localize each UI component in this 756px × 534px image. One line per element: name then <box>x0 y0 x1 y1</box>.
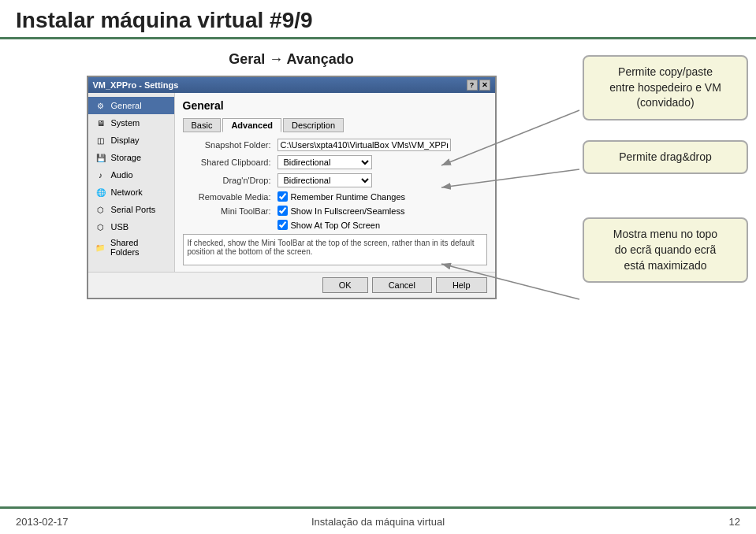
callout-copy-paste-text: Permite copy/pasteentre hospedeiro e VM(… <box>609 65 721 109</box>
dialog-titlebar: VM_XPPro - Settings ? ✕ <box>88 77 495 93</box>
removable-media-checkbox-label: Remember Runtime Changes <box>277 191 487 202</box>
removable-media-row: Removable Media: Remember Runtime Change… <box>183 191 487 202</box>
sidebar-label-storage: Storage <box>111 153 142 162</box>
tab-advanced[interactable]: Advanced <box>222 118 281 132</box>
sidebar-item-audio[interactable]: ♪ Audio <box>88 166 174 184</box>
mini-toolbar-top-checkbox[interactable] <box>277 220 288 230</box>
sidebar-label-general: General <box>111 101 142 110</box>
callout-mini-toolbar-text: Mostra menu no topodo ecrã quando ecrães… <box>613 228 717 271</box>
shared-clipboard-row: Shared Clipboard: Bidirectional <box>183 155 487 169</box>
footer-page-number: 12 <box>729 516 740 528</box>
cancel-button[interactable]: Cancel <box>372 277 432 293</box>
sidebar-item-display[interactable]: ◫ Display <box>88 132 174 149</box>
dialog-title: VM_XPPro - Settings <box>93 80 179 90</box>
dragndrop-label: Drag'n'Drop: <box>183 176 277 185</box>
system-icon: 🖥 <box>95 117 107 129</box>
dragndrop-row: Drag'n'Drop: Bidirectional <box>183 173 487 187</box>
sidebar-item-general[interactable]: ⚙ General <box>88 97 174 114</box>
ok-button[interactable]: OK <box>322 277 368 293</box>
sidebar-item-serial-ports[interactable]: ⬡ Serial Ports <box>88 201 174 218</box>
removable-media-value: Remember Runtime Changes <box>277 191 487 202</box>
sidebar-item-usb[interactable]: ⬡ USB <box>88 218 174 235</box>
geral-arrow-label: Geral → Avançado <box>229 51 354 68</box>
mini-toolbar-value: Show In Fullscreen/Seamless <box>277 206 487 216</box>
sidebar-label-shared-folders: Shared Folders <box>110 238 168 257</box>
page-title: Instalar máquina virtual #9/9 <box>16 8 740 33</box>
sidebar-label-usb: USB <box>111 222 129 232</box>
callout-drag-drop-text: Permite drag&drop <box>619 150 712 163</box>
page-footer: 2013-02-17 Instalação da máquina virtual… <box>0 506 756 534</box>
left-section: Geral → Avançado VM_XPPro - Settings ? ✕… <box>8 51 575 487</box>
page-title-area: Instalar máquina virtual #9/9 <box>0 0 756 39</box>
vbox-panel: General Basic Advanced Description Snaps… <box>175 93 495 272</box>
mini-toolbar-fullscreen-text: Show In Fullscreen/Seamless <box>291 206 405 216</box>
mini-toolbar-label: Mini ToolBar: <box>183 206 277 216</box>
mini-toolbar-top-row: Show At Top Of Screen <box>183 220 487 230</box>
sidebar-item-storage[interactable]: 💾 Storage <box>88 149 174 166</box>
tab-description[interactable]: Description <box>283 118 344 132</box>
sidebar-label-audio: Audio <box>111 170 133 180</box>
removable-media-text: Remember Runtime Changes <box>291 192 406 202</box>
shared-folders-icon: 📁 <box>95 241 106 254</box>
vbox-sidebar: ⚙ General 🖥 System ◫ Display 💾 Storage <box>88 93 175 272</box>
network-icon: 🌐 <box>95 186 107 198</box>
sidebar-label-display: Display <box>111 135 140 145</box>
shared-clipboard-label: Shared Clipboard: <box>183 158 277 167</box>
sidebar-label-serial-ports: Serial Ports <box>111 205 156 214</box>
mini-toolbar-row: Mini ToolBar: Show In Fullscreen/Seamles… <box>183 206 487 216</box>
callout-copy-paste: Permite copy/pasteentre hospedeiro e VM(… <box>583 55 748 121</box>
storage-icon: 💾 <box>95 151 107 164</box>
dialog-buttons: OK Cancel Help <box>88 272 495 298</box>
footer-date: 2013-02-17 <box>16 516 69 528</box>
sidebar-item-network[interactable]: 🌐 Network <box>88 184 174 201</box>
mini-toolbar-top-label: Show At Top Of Screen <box>277 220 487 230</box>
main-content: Geral → Avançado VM_XPPro - Settings ? ✕… <box>0 39 756 495</box>
shared-clipboard-select[interactable]: Bidirectional <box>277 155 372 169</box>
dialog-body: ⚙ General 🖥 System ◫ Display 💾 Storage <box>88 93 495 272</box>
display-icon: ◫ <box>95 134 107 146</box>
usb-icon: ⬡ <box>95 221 107 233</box>
mini-toolbar-top-text: Show At Top Of Screen <box>291 221 381 230</box>
general-icon: ⚙ <box>95 99 107 112</box>
sidebar-item-system[interactable]: 🖥 System <box>88 114 174 132</box>
footer-title: Instalação da máquina virtual <box>311 516 445 528</box>
dragndrop-value: Bidirectional <box>277 173 487 187</box>
removable-media-label: Removable Media: <box>183 192 277 202</box>
snapshot-folder-value <box>277 139 487 151</box>
snapshot-folder-label: Snapshot Folder: <box>183 140 277 150</box>
mini-toolbar-fullscreen-label: Show In Fullscreen/Seamless <box>277 206 487 216</box>
description-box: If checked, show the Mini ToolBar at the… <box>183 234 487 265</box>
snapshot-folder-row: Snapshot Folder: <box>183 139 487 151</box>
dragndrop-select[interactable]: Bidirectional <box>277 173 372 187</box>
right-section: Permite copy/pasteentre hospedeiro e VM(… <box>575 51 748 487</box>
tabs-row: Basic Advanced Description <box>183 118 487 132</box>
sidebar-item-shared-folders[interactable]: 📁 Shared Folders <box>88 235 174 259</box>
close-btn[interactable]: ✕ <box>479 80 490 91</box>
serial-ports-icon: ⬡ <box>95 203 107 216</box>
titlebar-buttons: ? ✕ <box>467 80 490 91</box>
callout-drag-drop: Permite drag&drop <box>583 140 748 175</box>
help-btn[interactable]: ? <box>467 80 478 91</box>
sidebar-label-network: Network <box>111 187 143 197</box>
removable-media-checkbox[interactable] <box>277 191 288 202</box>
sidebar-label-system: System <box>111 118 140 128</box>
mini-toolbar-top-value: Show At Top Of Screen <box>277 220 487 230</box>
tab-basic[interactable]: Basic <box>183 118 222 132</box>
mini-toolbar-fullscreen-checkbox[interactable] <box>277 206 288 216</box>
panel-title: General <box>183 99 487 112</box>
help-button[interactable]: Help <box>436 277 487 293</box>
audio-icon: ♪ <box>95 169 107 181</box>
vbox-dialog: VM_XPPro - Settings ? ✕ ⚙ General 🖥 Sys <box>87 76 497 299</box>
shared-clipboard-value: Bidirectional <box>277 155 487 169</box>
callout-mini-toolbar: Mostra menu no topodo ecrã quando ecrães… <box>583 217 748 283</box>
snapshot-folder-input[interactable] <box>277 139 451 151</box>
